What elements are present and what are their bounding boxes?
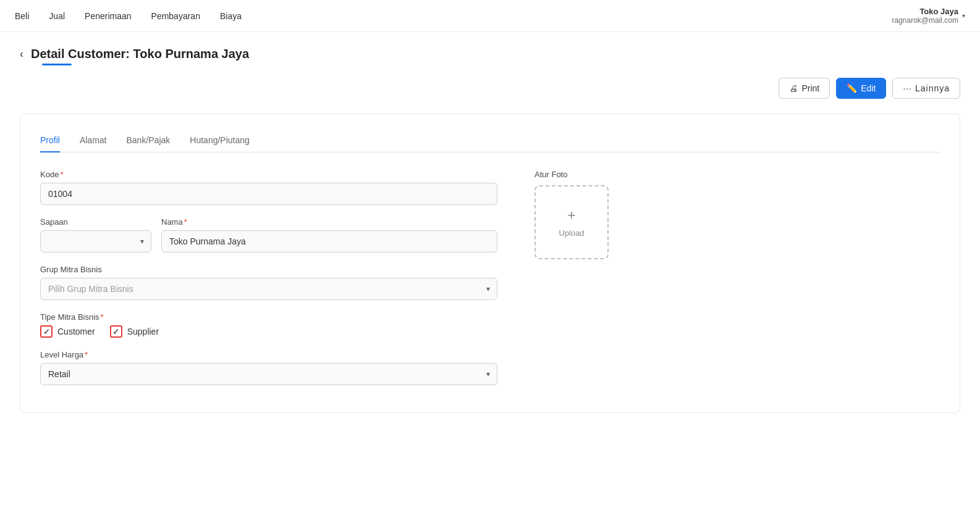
upload-plus-icon: + [568, 207, 576, 223]
page-content: ‹ Detail Customer: Toko Purnama Jaya 🖨 P… [0, 32, 980, 513]
tab-alamat[interactable]: Alamat [80, 129, 107, 152]
nav-penerimaan[interactable]: Penerimaan [85, 1, 132, 31]
nama-input[interactable] [161, 230, 497, 252]
foto-label: Atur Foto [534, 170, 658, 179]
page-title: Detail Customer: Toko Purnama Jaya [31, 47, 249, 61]
tipe-mitra-checkboxes: ✓ Customer ✓ Supplier [40, 325, 497, 338]
grup-mitra-label: Grup Mitra Bisnis [40, 265, 497, 274]
sapaan-select-wrapper: Bapak Ibu ▾ [40, 230, 151, 252]
nama-label: Nama* [161, 217, 497, 227]
navigation: Beli Jual Penerimaan Pembayaran Biaya To… [0, 0, 980, 32]
more-label: ··· Lainnya [903, 83, 950, 93]
page-header: ‹ Detail Customer: Toko Purnama Jaya [20, 47, 960, 61]
level-harga-select[interactable]: Retail Grosir [40, 363, 497, 385]
tab-bank-pajak[interactable]: Bank/Pajak [126, 129, 170, 152]
level-harga-required: * [85, 350, 88, 359]
kode-input[interactable] [40, 183, 497, 205]
user-email: ragnarok@mail.com [892, 16, 958, 25]
customer-checkbox-box: ✓ [40, 325, 53, 338]
user-menu[interactable]: Toko Jaya ragnarok@mail.com ▾ [892, 7, 965, 25]
nav-pembayaran[interactable]: Pembayaran [151, 1, 200, 31]
level-harga-select-wrapper: Retail Grosir ▾ [40, 363, 497, 385]
form-card: Profil Alamat Bank/Pajak Hutang/Piutang … [20, 114, 960, 413]
supplier-label: Supplier [127, 327, 159, 336]
edit-button[interactable]: ✏️ Edit [836, 78, 886, 99]
sapaan-nama-row: Sapaan Bapak Ibu ▾ Nama* [40, 217, 497, 265]
edit-icon: ✏️ [847, 83, 857, 93]
print-button[interactable]: 🖨 Print [779, 78, 830, 99]
level-harga-group: Level Harga* Retail Grosir ▾ [40, 350, 497, 385]
sapaan-select[interactable]: Bapak Ibu [40, 230, 151, 252]
tipe-mitra-group: Tipe Mitra Bisnis* ✓ Customer ✓ [40, 312, 497, 338]
sapaan-label: Sapaan [40, 217, 151, 227]
nav-biaya[interactable]: Biaya [220, 1, 242, 31]
grup-mitra-group: Grup Mitra Bisnis Pilih Grup Mitra Bisni… [40, 265, 497, 300]
nav-jual[interactable]: Jual [49, 1, 65, 31]
tab-profil[interactable]: Profil [40, 129, 60, 152]
print-label: Print [801, 83, 819, 93]
kode-label: Kode* [40, 170, 497, 179]
tipe-mitra-label: Tipe Mitra Bisnis* [40, 312, 497, 322]
supplier-checkbox-box: ✓ [110, 325, 122, 338]
tab-bar: Profil Alamat Bank/Pajak Hutang/Piutang [40, 129, 940, 152]
back-button[interactable]: ‹ [20, 48, 23, 60]
form-layout: Kode* Sapaan Bapak Ibu [40, 170, 940, 398]
upload-box[interactable]: + Upload [534, 185, 609, 259]
form-right: Atur Foto + Upload [534, 170, 658, 398]
nama-group: Nama* [161, 217, 497, 252]
more-button[interactable]: ··· Lainnya [892, 78, 960, 99]
nav-beli[interactable]: Beli [15, 1, 29, 31]
user-name: Toko Jaya [919, 7, 958, 16]
user-info: Toko Jaya ragnarok@mail.com [892, 7, 958, 25]
edit-label: Edit [861, 83, 876, 93]
grup-mitra-select-wrapper: Pilih Grup Mitra Bisnis ▾ [40, 278, 497, 300]
nav-links: Beli Jual Penerimaan Pembayaran Biaya [15, 1, 242, 31]
supplier-checkmark: ✓ [112, 327, 119, 336]
action-bar: 🖨 Print ✏️ Edit ··· Lainnya [20, 78, 960, 99]
kode-group: Kode* [40, 170, 497, 205]
print-icon: 🖨 [789, 83, 798, 93]
customer-checkmark: ✓ [43, 327, 50, 336]
sapaan-group: Sapaan Bapak Ibu ▾ [40, 217, 151, 252]
customer-checkbox-item[interactable]: ✓ Customer [40, 325, 95, 338]
customer-label: Customer [57, 327, 95, 336]
supplier-checkbox-item[interactable]: ✓ Supplier [110, 325, 159, 338]
tipe-mitra-required: * [101, 312, 104, 322]
title-underline [42, 64, 72, 65]
grup-mitra-select[interactable]: Pilih Grup Mitra Bisnis [40, 278, 497, 300]
tab-hutang-piutang[interactable]: Hutang/Piutang [190, 129, 250, 152]
kode-required: * [60, 170, 63, 179]
nama-required: * [184, 217, 187, 227]
upload-text: Upload [559, 228, 584, 238]
user-menu-chevron: ▾ [962, 12, 965, 19]
level-harga-label: Level Harga* [40, 350, 497, 359]
form-left: Kode* Sapaan Bapak Ibu [40, 170, 497, 398]
